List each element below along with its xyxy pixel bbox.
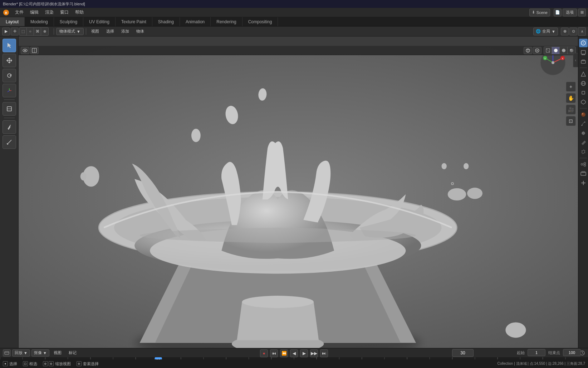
svg-point-27 (467, 188, 482, 199)
playback-dropdown: ▼ (24, 351, 28, 355)
menu-render[interactable]: 渲染 (42, 9, 57, 16)
tab-modeling[interactable]: Modeling (25, 17, 54, 26)
viewport-overlays-btn[interactable] (524, 47, 532, 54)
tab-sculpting[interactable]: Sculpting (54, 17, 83, 26)
box-select-btn[interactable]: ⬚ (20, 28, 27, 35)
playback-selector[interactable]: 回放 ▼ (12, 349, 30, 357)
step-forward-btn[interactable]: ▶▶ (310, 349, 318, 357)
constraints-props-btn[interactable] (579, 138, 588, 147)
view-btn[interactable]: 视图 (88, 28, 102, 35)
particles-props-btn[interactable] (579, 120, 588, 128)
material-props-btn[interactable] (579, 110, 588, 119)
scale-icon: ⊕ (49, 361, 54, 366)
select-action[interactable]: ● 选择 (3, 361, 17, 367)
solid-shade-btn[interactable] (552, 47, 560, 54)
tab-compositing[interactable]: Compositing (242, 17, 278, 26)
circle-select-btn[interactable]: ○ (27, 28, 34, 35)
tab-layout[interactable]: Layout (0, 17, 25, 26)
start-label: 起始 (517, 350, 525, 355)
output-props-btn[interactable] (579, 48, 588, 57)
add-btn[interactable]: 添加 (118, 28, 132, 35)
wireframe-shade-btn[interactable] (544, 47, 552, 54)
annotate-tool[interactable] (3, 120, 16, 134)
shader-nodes-btn[interactable] (579, 160, 588, 169)
rotate-tool[interactable] (3, 69, 16, 82)
tab-shading[interactable]: Shading (152, 17, 180, 26)
tab-uv-editing[interactable]: UV Editing (83, 17, 116, 26)
panel-collapse-btn[interactable]: ‹ (573, 53, 578, 67)
tab-rendering[interactable]: Rendering (211, 17, 242, 26)
select-tool-btn[interactable]: ▶ (2, 28, 10, 35)
select-tool[interactable] (3, 39, 16, 52)
svg-line-79 (583, 165, 584, 165)
jump-next-keyframe-btn[interactable]: ⏭ (320, 349, 328, 357)
world-props-btn[interactable] (579, 79, 588, 88)
move-tool[interactable] (3, 54, 16, 67)
object-btn[interactable]: 物体 (133, 28, 147, 35)
camera-view-btn[interactable]: 🎥 (566, 105, 576, 115)
current-frame-input[interactable]: 30 (452, 349, 474, 357)
tl-view-btn[interactable]: 视图 (51, 349, 64, 357)
keying-selector[interactable]: 抠像 ▼ (31, 349, 49, 357)
modifiers-props-btn[interactable] (579, 147, 588, 156)
object-props-btn[interactable] (579, 88, 588, 97)
snap-btn[interactable]: ⊕ (561, 28, 569, 35)
end-frame-input[interactable]: 100 (563, 349, 581, 356)
box-select-action[interactable]: ⊡ 框选 (23, 361, 37, 367)
blender-logo[interactable]: B (2, 9, 10, 16)
mesh-props-btn[interactable] (579, 98, 588, 106)
menu-file[interactable]: 文件 (12, 9, 26, 16)
play-btn[interactable]: ▶ (300, 349, 308, 357)
lasso-action[interactable]: ⊕ 套索选择 (77, 361, 99, 367)
view-layer-props-btn[interactable] (579, 57, 588, 66)
menu-help[interactable]: 帮助 (72, 9, 87, 16)
new-file-btn[interactable]: 📄 (554, 9, 562, 16)
box-icon: ⊡ (23, 361, 28, 366)
step-back-btn[interactable]: ◀ (290, 349, 298, 357)
zoom-in-btn[interactable]: + (566, 82, 576, 92)
collection-props-btn[interactable] (579, 169, 588, 178)
mode-selector[interactable]: 物体模式 ▼ (56, 28, 84, 35)
visibility-btn[interactable] (21, 47, 29, 54)
material-shade-btn[interactable] (560, 47, 568, 54)
viewport-display-btn[interactable] (30, 47, 39, 54)
keying-label: 抠像 (34, 350, 42, 355)
scene-selector[interactable]: ⬇ Scene (529, 9, 550, 16)
persp-ortho-btn[interactable]: ⊡ (566, 116, 576, 126)
transform-tool-btn[interactable]: ✛ (11, 28, 19, 35)
pan-btn[interactable]: ✋ (566, 93, 576, 103)
tab-animation[interactable]: Animation (180, 17, 211, 26)
render-props-btn[interactable] (579, 39, 588, 47)
scale-tool[interactable] (3, 84, 16, 97)
measure-tool[interactable] (3, 135, 16, 149)
scene-content (19, 46, 578, 348)
transform-tool[interactable] (3, 102, 16, 116)
viewport-3d[interactable] (19, 46, 578, 348)
menu-window[interactable]: 窗口 (57, 9, 72, 16)
physics-props-btn[interactable] (579, 129, 588, 137)
svg-point-75 (581, 164, 583, 165)
cursor-select-btn[interactable]: ⊕ (41, 28, 48, 35)
select-btn[interactable]: 选择 (103, 28, 117, 35)
scale-action[interactable]: ⊕ ⊕ 缩放视图 (43, 361, 71, 367)
lasso-select-btn[interactable]: ⌘ (34, 28, 41, 35)
playback-controls: ● ⏮ ⏪ ◀ ▶ ▶▶ ⏭ (260, 349, 328, 357)
viewport-navigation: + ✋ 🎥 ⊡ (566, 82, 576, 126)
tl-markers-btn[interactable]: 标记 (66, 349, 79, 357)
menu-edit[interactable]: 编辑 (27, 9, 41, 16)
record-btn[interactable]: ● (260, 349, 268, 357)
proportional-btn[interactable]: ⊙ (569, 28, 577, 35)
timeline-type-btn[interactable] (3, 349, 11, 357)
jump-start-btn[interactable]: ⏮ (270, 349, 278, 357)
layout-btn[interactable]: ⊞ (578, 9, 586, 16)
extra-props-btn[interactable] (579, 179, 588, 187)
options-btn[interactable]: 选项 (563, 9, 577, 16)
global-selector[interactable]: 🌐 全局 ▼ (533, 28, 558, 35)
proportional-options[interactable]: ∧ (578, 28, 585, 35)
start-frame-input[interactable]: 1 (528, 349, 545, 356)
svg-line-9 (10, 125, 11, 126)
jump-prev-keyframe-btn[interactable]: ⏪ (280, 349, 288, 357)
xray-btn[interactable] (533, 47, 542, 54)
tab-texture-paint[interactable]: Texture Paint (116, 17, 152, 26)
scene-props-btn[interactable] (579, 70, 588, 78)
